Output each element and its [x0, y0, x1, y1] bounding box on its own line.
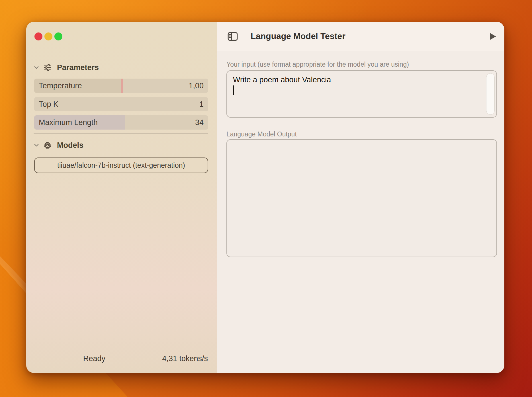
input-textarea[interactable]: Write a poem about Valencia: [226, 70, 497, 118]
input-text: Write a poem about Valencia: [233, 75, 331, 85]
models-section-label: Models: [57, 141, 83, 150]
maximum-length-label: Maximum Length: [39, 115, 98, 130]
title-bar: Language Model Tester: [217, 22, 504, 51]
zoom-window-button[interactable]: [54, 32, 62, 40]
chevron-down-icon: [33, 142, 40, 149]
top-k-value: 1: [199, 97, 204, 111]
temperature-slider[interactable]: Temperature 1,00: [34, 79, 208, 93]
model-select-button[interactable]: tiiuae/falcon-7b-instruct (text-generati…: [34, 157, 208, 173]
parameters-section-header[interactable]: Parameters: [26, 62, 99, 73]
top-k-label: Top K: [39, 97, 58, 111]
maximum-length-slider[interactable]: Maximum Length 34: [34, 115, 208, 130]
minimize-window-button[interactable]: [44, 32, 52, 40]
sidebar-section-divider: [34, 133, 208, 134]
status-text: Ready: [83, 354, 105, 363]
sidebar-toggle-icon[interactable]: [227, 31, 239, 42]
page-title: Language Model Tester: [251, 22, 345, 51]
chevron-down-icon: [33, 64, 40, 71]
top-k-slider[interactable]: Top K 1: [34, 97, 208, 111]
temperature-value: 1,00: [189, 79, 204, 93]
parameters-section-label: Parameters: [57, 63, 99, 72]
output-label: Language Model Output: [226, 130, 297, 138]
text-caret: [233, 85, 234, 95]
scrollbar-thumb[interactable]: [486, 73, 495, 115]
sidebar: Parameters Temperature 1,00 Top K 1 Maxi…: [26, 22, 217, 373]
output-textarea[interactable]: [226, 139, 497, 257]
sliders-icon: [43, 63, 52, 72]
play-icon[interactable]: [486, 31, 498, 42]
models-section-header[interactable]: Models: [26, 140, 83, 150]
input-label: Your input (use format appropriate for t…: [226, 61, 409, 68]
main-panel: Language Model Tester Your input (use fo…: [217, 22, 504, 373]
maximum-length-value: 34: [195, 115, 204, 130]
chip-icon: [43, 141, 52, 150]
tokens-rate-text: 4,31 tokens/s: [162, 354, 208, 363]
app-window: Parameters Temperature 1,00 Top K 1 Maxi…: [26, 22, 504, 373]
temperature-label: Temperature: [39, 79, 82, 93]
close-window-button[interactable]: [34, 32, 42, 40]
